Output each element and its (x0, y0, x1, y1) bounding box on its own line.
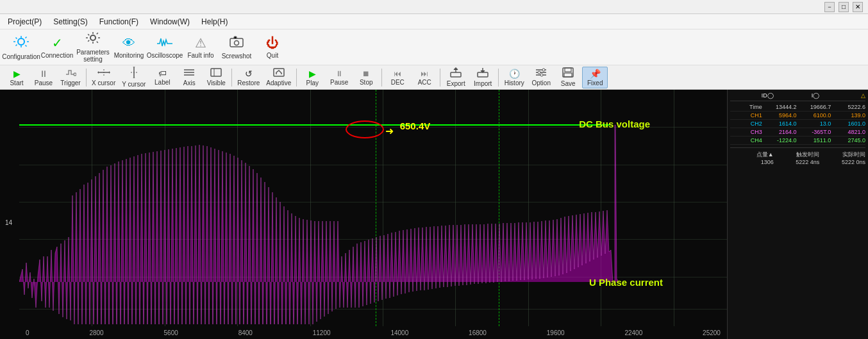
option-icon (535, 68, 547, 79)
grid-h-4 (19, 239, 727, 240)
sep1 (86, 69, 87, 87)
stop-label: Stop (360, 79, 373, 86)
monitoring-button[interactable]: 👁 Monitoring (112, 31, 146, 63)
menu-window[interactable]: Window(W) (145, 16, 195, 28)
stop-icon: ⏹ (362, 69, 370, 78)
sep6 (498, 69, 499, 87)
rp-time-v1: 13444.2 (765, 104, 797, 110)
save-icon (562, 67, 574, 79)
fixed-icon: 📌 (590, 69, 601, 79)
save-button[interactable]: Save (555, 67, 581, 88)
configuration-label: Configuration (2, 53, 40, 60)
ycursor-button[interactable]: Y cursor (119, 67, 148, 88)
maximize-button[interactable]: □ (839, 2, 849, 12)
rp-time-v2: 19666.7 (799, 104, 831, 110)
axis-icon (183, 68, 195, 79)
grid-h-6 (19, 309, 727, 310)
x-label-6: 16800 (469, 329, 487, 336)
rp-col-io: I◯ (776, 92, 820, 99)
configuration-button[interactable]: Configuration (4, 31, 38, 63)
menu-project[interactable]: Project(P) (3, 16, 47, 28)
adaptive-button[interactable]: Adaptive (263, 67, 294, 88)
dec-button[interactable]: ⏮ DEC (385, 67, 410, 88)
oscilloscope-icon (156, 36, 174, 51)
pause-icon: ⏸ (39, 69, 48, 79)
oscilloscope-label: Oscilloscope (147, 52, 183, 59)
menu-setting[interactable]: Setting(S) (48, 16, 92, 28)
quit-button[interactable]: ⏻ Quit (255, 31, 290, 63)
fixed-button[interactable]: 📌 Fixed (582, 67, 608, 88)
screwshot-icon (229, 35, 244, 51)
visible-button[interactable]: Visible (203, 67, 229, 88)
import-button[interactable]: Import (470, 67, 496, 88)
stop-button[interactable]: ⏹ Stop (353, 67, 379, 88)
import-label: Import (474, 80, 492, 87)
xcursor-icon (97, 68, 110, 79)
oscilloscope-button[interactable]: Oscilloscope (147, 31, 182, 63)
pause2-button[interactable]: ⏸ Pause (326, 67, 352, 88)
restore-icon: ↺ (245, 69, 253, 79)
play-label: Play (306, 79, 319, 87)
adaptive-label: Adaptive (266, 79, 291, 87)
sep5 (440, 69, 440, 87)
rp-ch4-row: CH4 -1224.0 1511.0 2745.0 (730, 136, 865, 145)
menu-help[interactable]: Help(H) (196, 16, 233, 28)
rp-ch3-v1: 2164.0 (765, 129, 797, 135)
svg-point-1 (90, 35, 96, 40)
rp-time-v3: 5222.6 (833, 104, 865, 110)
svg-rect-18 (274, 69, 284, 76)
rp-ch4-v1: -1224.0 (765, 137, 797, 144)
rp-ch2-v2: 13.0 (799, 120, 831, 127)
monitoring-label: Monitoring (114, 52, 144, 59)
screwshot-button[interactable]: Screwshot (219, 31, 254, 63)
rp-header: ID◯ I◯ △ (730, 92, 865, 101)
close-button[interactable]: ✕ (853, 2, 863, 12)
grid-h-2 (19, 165, 727, 165)
x-axis: 0 2800 5600 8400 11200 14000 16800 19600… (19, 326, 727, 339)
minimize-button[interactable]: － (824, 2, 835, 12)
rp-footer-val-1: 5222 4ns (776, 159, 820, 165)
pause-button[interactable]: ⏸ Pause (31, 67, 56, 88)
x-label-3: 8400 (238, 329, 253, 336)
chart-container[interactable]: DC Bus voltage ➜ 650.4V U Phase current … (0, 90, 727, 339)
x-label-1: 2800 (89, 329, 103, 336)
parameters-button[interactable]: Parameters setting (76, 31, 110, 63)
rp-ch1-row: CH1 5964.0 6100.0 139.0 (730, 112, 865, 120)
connection-button[interactable]: ✓ Connection (40, 31, 74, 63)
menu-function[interactable]: Function(F) (94, 16, 144, 28)
secondary-toolbar: ▶ Start ⏸ Pause Trigger X cursor Y curso… (0, 65, 868, 90)
start-button[interactable]: ▶ Start (4, 67, 29, 88)
pause2-label: Pause (330, 79, 348, 86)
history-button[interactable]: 🕐 History (501, 67, 527, 88)
rp-time-row: Time 13444.2 19666.7 5222.6 (730, 103, 865, 112)
svg-point-25 (538, 71, 540, 74)
voltage-value: 650.4V (400, 120, 431, 131)
svg-point-4 (74, 73, 76, 76)
rp-ch2-row: CH2 1614.0 13.0 1601.0 (730, 120, 865, 128)
play-button[interactable]: ▶ Play (299, 67, 325, 88)
label-label: Label (154, 79, 170, 86)
rp-ch2-label: CH2 (730, 120, 762, 127)
rp-footer-labels: 点量▲ 触发时间 实际时间 (730, 151, 865, 159)
restore-button[interactable]: ↺ Restore (235, 67, 262, 88)
trigger-button[interactable]: Trigger (58, 67, 83, 88)
title-controls[interactable]: － □ ✕ (824, 2, 863, 12)
svg-rect-28 (565, 68, 571, 72)
acc-button[interactable]: ⏭ ACC (412, 67, 437, 88)
export-button[interactable]: Export (443, 67, 469, 88)
xcursor-button[interactable]: X cursor (89, 67, 118, 88)
label-button[interactable]: 🏷 Label (149, 67, 175, 88)
x-label-0: 0 (26, 329, 29, 336)
cursor-line-2 (499, 90, 499, 326)
faultinfo-button[interactable]: ⚠ Fault info (183, 31, 218, 63)
axis-button[interactable]: Axis (176, 67, 202, 88)
menu-bar: Project(P) Setting(S) Function(F) Window… (0, 14, 868, 29)
svg-rect-19 (451, 72, 461, 77)
rp-footer-val-2: 5222 0ns (822, 159, 865, 165)
option-button[interactable]: Option (528, 67, 554, 88)
dec-icon: ⏮ (394, 69, 401, 78)
rp-ch1-label: CH1 (730, 112, 762, 119)
sep3 (296, 69, 297, 87)
save-label: Save (561, 80, 576, 87)
connection-label: Connection (41, 52, 74, 59)
